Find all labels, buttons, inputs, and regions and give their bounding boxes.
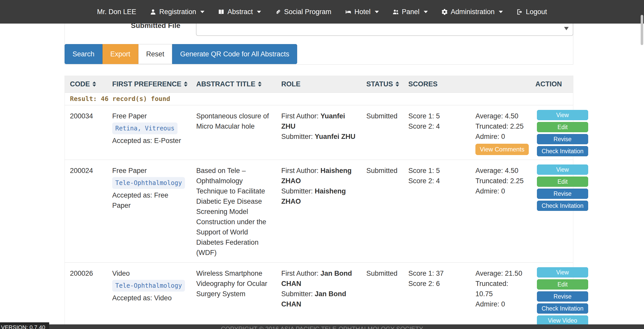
preference-type: Free Paper — [112, 111, 186, 121]
preference-type: Video — [112, 268, 186, 279]
check-invitation-button[interactable]: Check Invitation — [537, 201, 588, 211]
caret-down-icon — [200, 11, 204, 13]
edit-button[interactable]: Edit — [537, 122, 588, 132]
nav-logout[interactable]: Logout — [516, 8, 547, 16]
copyright-text: COPYRIGHT © 2016 ASIA PACIFIC TELE-OPHTH… — [221, 325, 423, 329]
nav-registration[interactable]: Registration — [150, 8, 204, 16]
view-comments-button[interactable]: View Comments — [475, 144, 529, 155]
user-icon — [150, 8, 157, 15]
nav-registration-label: Registration — [159, 8, 196, 16]
nav-hotel[interactable]: Hotel — [345, 8, 379, 16]
preference-badge: Retina, Vitreous — [112, 122, 178, 134]
preference-cell: Video Tele-Ophthalmology Accepted as: Vi… — [107, 263, 191, 328]
header-status[interactable]: STATUS — [361, 76, 403, 92]
stats-cell: Average: 4.50 Truncated: 2.25 Admire: 0 … — [470, 105, 530, 160]
view-button[interactable]: View — [537, 267, 588, 277]
nav-administration-label: Administration — [451, 8, 495, 16]
paperclip-icon — [274, 8, 281, 15]
nav-logout-label: Logout — [526, 8, 547, 16]
nav-hotel-label: Hotel — [355, 8, 371, 16]
table-row: 200024 Free Paper Tele-Ophthalmology Acc… — [65, 160, 573, 263]
caret-down-icon — [424, 11, 428, 13]
role-cell: First Author: Yuanfei ZHU Submitter: Yua… — [276, 105, 361, 160]
check-invitation-button[interactable]: Check Invitation — [537, 303, 588, 314]
preference-badge: Tele-Ophthalmology — [112, 177, 185, 189]
nav-panel[interactable]: Panel — [392, 8, 428, 16]
header-role: ROLE — [276, 76, 361, 92]
header-code[interactable]: CODE — [65, 76, 107, 92]
nav-abstract-label: Abstract — [227, 8, 253, 16]
role-cell: First Author: Haisheng ZHAO Submitter: H… — [276, 160, 361, 262]
view-button[interactable]: View — [537, 164, 588, 175]
nav-user-label: Mr. Don LEE — [97, 8, 136, 16]
scores-cell: Score 1: 37 Score 2: 6 — [403, 263, 470, 328]
preference-type: Free Paper — [112, 166, 186, 176]
scores-cell: Score 1: 5 Score 2: 4 — [403, 105, 470, 160]
version-badge: VERSION: 0.7.40 — [0, 322, 49, 329]
sort-icon — [184, 81, 188, 87]
logout-icon — [516, 8, 523, 15]
search-toolbar: Search Export Reset Generate QR Code for… — [65, 44, 297, 64]
accepted-as: Accepted as: E-Poster — [112, 136, 186, 146]
header-scores: SCORES — [403, 76, 470, 92]
scores-cell: Score 1: 5 Score 2: 4 — [403, 160, 470, 262]
header-action: ACTION — [530, 76, 573, 92]
page-footer: VERSION: 0.7.40 COPYRIGHT © 2016 ASIA PA… — [0, 324, 644, 329]
revise-button[interactable]: Revise — [537, 134, 588, 144]
code-cell: 200026 — [65, 263, 107, 328]
header-abstract-title[interactable]: ABSTRACT TITLE — [191, 76, 276, 92]
result-count: Result: 46 record(s) found — [65, 93, 573, 105]
sort-icon — [258, 81, 262, 87]
abstract-title-cell: Wireless Smartphone Videography for Ocul… — [191, 263, 276, 328]
accepted-as: Accepted as: Video — [112, 293, 186, 303]
submitter-name: Yuanfei ZHU — [315, 133, 356, 140]
caret-down-icon — [375, 11, 379, 13]
status-cell: Submitted — [361, 160, 403, 262]
preference-badge: Tele-Ophthalmology — [112, 280, 185, 292]
stats-cell: Average: 21.50 Truncated: 10.75 Admire: … — [470, 263, 530, 328]
action-cell: View Edit Revise Check Invitation — [530, 160, 573, 262]
revise-button[interactable]: Revise — [537, 189, 588, 199]
nav-abstract[interactable]: Abstract — [218, 8, 261, 16]
stats-cell: Average: 4.50 Truncated: 2.25 Admire: 0 — [470, 160, 530, 262]
accepted-as: Accepted as: Free Paper — [112, 190, 186, 211]
book-icon — [218, 8, 225, 15]
generate-qr-button[interactable]: Generate QR Code for All Abstracts — [172, 44, 297, 64]
scrollbar-thumb[interactable] — [641, 15, 643, 45]
top-navbar: Mr. Don LEE Registration Abstract Social… — [0, 0, 644, 24]
header-first-preference[interactable]: FIRST PREFERENCE — [107, 76, 191, 92]
abstract-title-cell: Spontaneous closure of Micro Macular hol… — [191, 105, 276, 160]
action-cell: View Edit Revise Check Invitation — [530, 105, 573, 160]
reset-button[interactable]: Reset — [138, 44, 172, 64]
sort-icon — [92, 81, 96, 87]
abstracts-table: CODE FIRST PREFERENCE ABSTRACT TITLE ROL… — [65, 76, 573, 328]
sort-icon — [396, 81, 399, 87]
nav-social-program-label: Social Program — [284, 8, 331, 16]
search-button[interactable]: Search — [65, 44, 102, 64]
code-cell: 200034 — [65, 105, 107, 160]
edit-button[interactable]: Edit — [537, 177, 588, 187]
edit-button[interactable]: Edit — [537, 279, 588, 290]
nav-social-program[interactable]: Social Program — [274, 8, 331, 16]
users-icon — [392, 8, 399, 15]
caret-down-icon — [257, 11, 261, 13]
role-cell: First Author: Jan Bond CHAN Submitter: J… — [276, 263, 361, 328]
abstract-title-cell: Based on Tele – Ophthalmology Technique … — [191, 160, 276, 262]
view-button[interactable]: View — [537, 110, 588, 120]
preference-cell: Free Paper Tele-Ophthalmology Accepted a… — [107, 160, 191, 262]
select-caret-icon — [564, 27, 569, 30]
table-row: 200034 Free Paper Retina, Vitreous Accep… — [65, 105, 573, 160]
action-cell: View Edit Revise Check Invitation View V… — [530, 263, 573, 328]
status-cell: Submitted — [361, 105, 403, 160]
status-cell: Submitted — [361, 263, 403, 328]
check-invitation-button[interactable]: Check Invitation — [537, 146, 588, 156]
gear-icon — [441, 8, 448, 15]
nav-administration[interactable]: Administration — [441, 8, 503, 16]
bed-icon — [345, 8, 352, 15]
nav-user-menu[interactable]: Mr. Don LEE — [97, 8, 136, 16]
view-video-button[interactable]: View Video — [537, 315, 588, 326]
revise-button[interactable]: Revise — [537, 291, 588, 302]
caret-down-icon — [499, 11, 503, 13]
export-button[interactable]: Export — [102, 44, 138, 64]
nav-panel-label: Panel — [402, 8, 420, 16]
